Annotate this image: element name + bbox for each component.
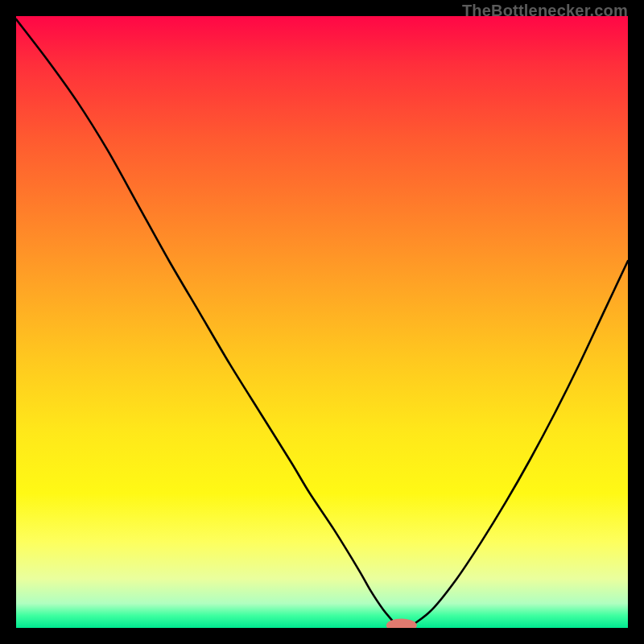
- plot-area: [16, 16, 628, 628]
- bottleneck-curve: [16, 16, 628, 628]
- chart-frame: TheBottlenecker.com: [0, 0, 644, 644]
- curve-path: [16, 19, 628, 625]
- source-attribution: TheBottlenecker.com: [462, 2, 628, 20]
